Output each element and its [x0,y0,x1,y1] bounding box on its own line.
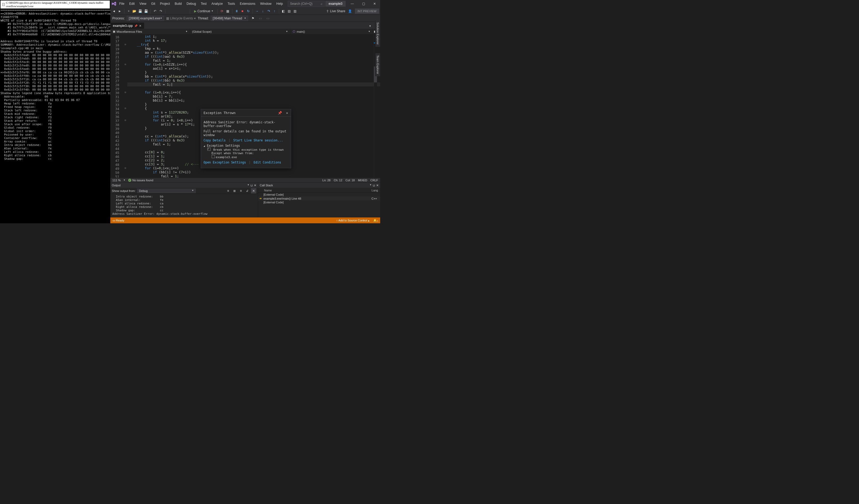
status-ready: Ready [116,219,124,222]
nav-project-dropdown[interactable]: ▣ Miscellaneous Files ▼ [110,29,190,34]
live-share-button[interactable]: ⇪ Live Share [326,9,345,13]
screenshot-icon[interactable]: ▦ [225,9,230,14]
nav-scope-dropdown[interactable]: (Global Scope) ▼ [190,29,290,34]
notifications-icon[interactable]: 🔔₁ [373,219,378,222]
dbg-tool1-icon[interactable]: ◧ [281,9,286,14]
dbg-tool2-icon[interactable]: ▤ [287,9,292,14]
except-item-checkbox[interactable] [212,155,215,158]
solution-name: example3 [326,1,346,7]
triangle-icon[interactable]: ◢ [204,144,205,147]
menu-window[interactable]: Window [258,1,274,7]
menu-help[interactable]: Help [274,1,285,7]
open-file-icon[interactable]: 📂 [132,9,137,14]
menu-test[interactable]: Test [199,1,209,7]
line-ending: CRLF [370,179,378,182]
console-titlebar[interactable]: C:\MSDN\cpp-docs-pr\docs\c-language\ASAN… [1,1,110,9]
search-box[interactable]: Search (Ctrl+Q) ⌕ [288,1,325,7]
flag-icon[interactable]: ⚑ [250,16,256,21]
nav-fwd-icon[interactable]: ► [117,9,123,14]
tab-example3-cpp[interactable]: example3.cpp 📌 ✕ [110,22,145,29]
break-checkbox[interactable] [207,148,211,151]
edit-conditions-link[interactable]: Edit Conditions [254,161,281,164]
step-over-icon[interactable]: ↷ [266,9,271,14]
menu-git[interactable]: Git [149,1,157,7]
minimize-button[interactable]: — [348,1,357,7]
undo-icon[interactable]: ↶ [152,9,158,14]
checkmark-icon: ✓ [128,179,131,182]
thread-value: [36468] Main Thread [213,16,242,20]
pin-icon[interactable]: 📌 [278,111,282,115]
dbg-tool3-icon[interactable]: ▥ [292,9,298,14]
menu-tools[interactable]: Tools [225,1,237,7]
thread-dropdown[interactable]: [36468] Main Thread ▼ [211,16,248,21]
output-tool1-icon[interactable]: ≡ [225,188,231,194]
open-exception-settings-link[interactable]: Open Exception Settings [204,161,246,164]
output-tool3-icon[interactable]: ≡ [238,188,243,194]
break-all-icon[interactable]: ⏸ [234,9,239,14]
close-button[interactable]: ✕ [370,1,379,7]
pin-icon[interactable]: ⊔ [251,184,253,187]
new-item-icon[interactable]: ＋ [126,9,131,14]
solution-explorer-tab[interactable]: Solution Explorer [375,20,380,47]
panel-dropdown-icon[interactable]: ▼ [247,184,250,187]
line-indicator: Ln: 28 [322,179,331,182]
nav-function-dropdown[interactable]: ⬡ main() ▼ [290,29,373,34]
add-to-source-control[interactable]: ↑ Add to Source Control ▴ [336,219,370,222]
close-icon[interactable]: ✕ [286,111,288,115]
exception-title: Exception Thrown [204,111,236,115]
save-icon[interactable]: 💾 [138,9,143,14]
maximize-button[interactable]: ▢ [359,1,368,7]
continue-button[interactable]: ▶ Continue ▼ [192,9,216,14]
callstack-row[interactable]: ➔example3.exe!main() Line 48C++ [258,196,380,200]
menu-extensions[interactable]: Extensions [238,1,258,7]
menu-build[interactable]: Build [172,1,184,7]
account-icon[interactable]: 👤 [347,9,353,14]
chevron-down-icon: ▼ [160,17,162,19]
callstack-row[interactable]: [External Code] [258,193,380,196]
step-into-icon[interactable]: ↓ [260,9,266,14]
save-all-icon[interactable]: 💾 [144,9,149,14]
menu-debug[interactable]: Debug [184,1,198,7]
vs-logo-icon[interactable] [111,1,117,6]
step-out-icon[interactable]: ↑ [272,9,277,14]
process-dropdown[interactable]: [26908] example3.exe ▼ [127,16,164,21]
close-icon[interactable]: ✕ [139,24,141,28]
stackframe-icon[interactable]: ▭ [258,16,263,21]
tab-dropdown-icon[interactable]: ▼ [367,24,373,29]
output-body[interactable]: Intra object redzone: bb ASan internal: … [110,194,258,217]
menu-analyze[interactable]: Analyze [209,1,225,7]
team-explorer-tab[interactable]: Team Explorer [375,53,380,76]
hot-reload-icon[interactable]: ⟳ [219,9,225,14]
word-wrap-icon[interactable]: ↲ [245,188,250,194]
pin-icon[interactable]: 📌 [134,25,137,27]
start-liveshare-link[interactable]: Start Live Share session... [233,138,283,142]
bottom-panels: Output ▼ ⊔ ✕ Show output from: Debug ▼ ≡ [110,182,380,217]
output-tool2-icon[interactable]: ≣ [232,188,237,194]
menu-file[interactable]: File [117,1,126,7]
code-editor[interactable]: 1617181920212223242526272829303132333435… [110,34,380,178]
fold-column[interactable]: ⊟⊟⊟⊟⊟⊟ [124,34,127,178]
menu-view[interactable]: View [137,1,149,7]
panel-dropdown-icon[interactable]: ▼ [370,184,372,187]
clear-icon[interactable]: ✕ [251,188,256,194]
issues-indicator[interactable]: ✓ No issues found [128,179,153,182]
redo-icon[interactable]: ↷ [158,9,164,14]
stop-icon[interactable]: ■ [240,9,245,14]
callstack-body[interactable]: [External Code]➔example3.exe!main() Line… [258,193,380,217]
chevron-down-icon[interactable]: ▼ [123,179,125,181]
show-next-icon[interactable]: → [254,9,260,14]
stackframe-icon2[interactable]: ▭ [265,16,270,21]
menu-edit[interactable]: Edit [127,1,137,7]
restart-icon[interactable]: ↻ [246,9,251,14]
close-icon[interactable]: ✕ [376,184,379,187]
console-body[interactable]: ========================================… [1,9,110,161]
close-icon[interactable]: ✕ [254,184,256,187]
pin-icon[interactable]: ⊔ [373,184,375,187]
zoom-level[interactable]: 111 % [112,179,121,182]
copy-details-link[interactable]: Copy Details [204,138,226,142]
search-icon: ⌕ [321,2,322,5]
nav-back-icon[interactable]: ◄ [111,9,117,14]
output-source-dropdown[interactable]: Debug ▼ [137,189,196,193]
callstack-row[interactable]: [External Code] [258,200,380,204]
menu-project[interactable]: Project [158,1,172,7]
